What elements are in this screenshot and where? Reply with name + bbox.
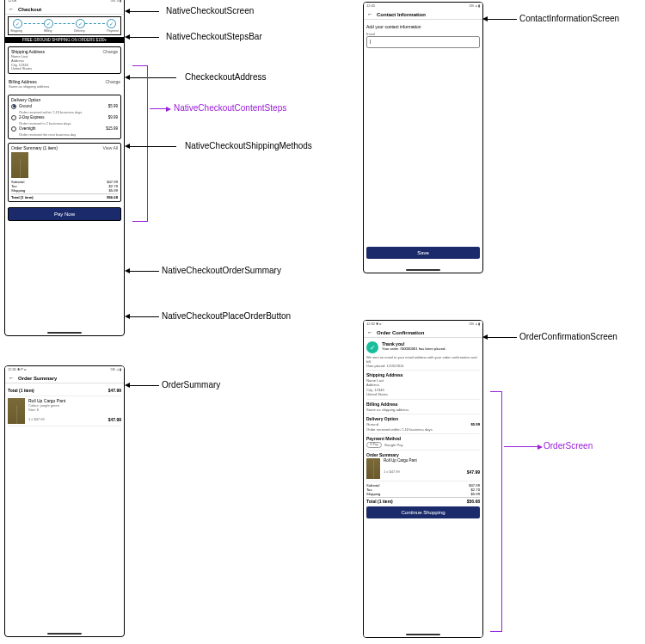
delivery-option[interactable]: 2-Day Express$9.99 Order received in 2 b… [11,114,118,126]
product-size: Size: 6 [28,408,121,412]
checkout-shipping-address: Shipping Address Change Name Last Addres… [8,46,121,74]
checkout-billing-address: Billing Address Change Same as shipping … [8,77,121,91]
status-bar: 12:45 5G ⊿ ▮ [364,3,482,9]
divider [366,414,480,414]
product-name: Roll Up Cargo Pant [384,458,480,463]
section-title: Shipping Address [366,372,480,377]
radio-icon[interactable] [11,104,16,109]
checkout-title: Checkout [18,7,41,12]
delivery-title: Delivery Option [11,97,40,102]
delivery-option[interactable]: Ground$5.99 Order received within 7-10 b… [11,103,118,114]
arrow [487,337,517,338]
t-val: $5.99 [471,492,480,496]
native-checkout-shipping-methods: Delivery Option Ground$5.99 Order receiv… [8,95,121,139]
total-row: Total (1 item) $47.99 [8,388,121,393]
home-indicator [47,332,82,334]
step-labels: Shipping Billing Delivery Payment [10,29,119,33]
bill-note: Same as shipping address [9,85,120,89]
thank-you-block: ✓ Thank you! Your order #00000301 has be… [366,341,480,353]
divider [366,370,480,371]
total-label: Total (1 item) [8,388,34,393]
t-label: Total (1 item) [366,499,393,504]
ann-order-summary-screen: OrderSummary [162,380,220,389]
delivery-section: Delivery Option Ground$5.99 Order receiv… [366,416,480,432]
native-checkout-screen: 12:08 5G ⊿ ▮ ← Checkout ✓ ✓ ✓ ✓ Shipping… [4,0,125,336]
ann-order-summary: NativeCheckoutOrderSummary [162,266,281,275]
product-thumb [366,458,380,479]
section-title: Payment Method [366,436,480,441]
native-checkout-steps-bar: ✓ ✓ ✓ ✓ Shipping Billing Delivery Paymen… [8,16,121,35]
ann-shipping-methods: NativeCheckoutShippingMethods [185,141,312,150]
change-link[interactable]: Change [102,49,118,54]
divider [366,450,480,451]
t-label: Shipping [366,492,380,496]
steps-row: ✓ ✓ ✓ ✓ [10,19,119,28]
total-value: $47.99 [108,388,121,393]
radio-icon[interactable] [11,115,16,120]
status-time: 12:32 [366,322,375,326]
status-icons: ✱ ⌀ [376,322,381,326]
back-icon[interactable]: ← [9,6,15,12]
status-bar: 12:32 ✱ ⌀ 5G ⊿ ▮ [364,321,482,328]
email-field[interactable]: | [366,36,480,48]
addr-line: United States [366,392,480,396]
del-price: $5.99 [471,422,480,426]
section-title: Order Summary [366,452,480,457]
product-thumb [8,398,25,424]
opt-price: $5.99 [108,104,118,108]
ann-place-order: NativeCheckoutPlaceOrderButton [162,311,291,321]
step-dot[interactable]: ✓ [44,19,53,28]
gpay-icon: G Pay [366,442,382,448]
step-dot[interactable]: ✓ [107,19,116,28]
native-checkout-order-summary: Order Summary (1 item) View All Subtotal… [8,143,121,202]
line-item: Roll Up Cargo Pant Colour: jungle green … [8,398,121,424]
date-note: Date placed: 12/20/2024 [366,364,480,368]
arrow [129,37,159,38]
conf-navbar: ← Order Confirmation [364,328,482,338]
status-right: 5G ⊿ ▮ [469,3,480,9]
back-icon[interactable]: ← [367,11,373,17]
step-label: Payment [107,29,119,33]
change-link[interactable]: Change [105,79,120,84]
status-icons: ✱ P ⌀ [17,367,26,371]
radio-icon[interactable] [11,126,16,132]
home-indicator [406,269,440,271]
payment-section: Payment Method G Pay Google Pay [366,436,480,448]
payment-method: Google Pay [384,443,403,447]
delivery-option[interactable]: Overnight$15.99 Order received the next … [11,126,118,137]
status-time: 12:31 [8,367,16,371]
back-icon[interactable]: ← [367,329,373,335]
arrow [129,146,176,147]
t-label: Shipping [11,188,25,193]
ann-steps-bar: NativeCheckoutStepsBar [166,32,262,41]
continue-shopping-button[interactable]: Continue Shopping [366,506,480,518]
status-time: 12:45 [366,3,375,9]
arrow [129,385,159,386]
order-screen-brace [490,391,502,632]
native-checkout-place-order-button[interactable]: Pay Now [8,207,121,221]
arrow [129,316,159,317]
contact-information-screen: 12:45 5G ⊿ ▮ ← Contact Information Add y… [363,2,483,273]
ann-checkout-address: CheckeckoutAddress [185,72,267,82]
ann-contact-info: ContactInformationScreen [519,14,619,23]
email-note: We sent an email to your email address w… [366,355,480,364]
status-right: 5G ⊿ ▮ [110,0,121,3]
t-label: Total (1 item) [11,195,34,199]
checkout-navbar: ← Checkout [5,4,124,15]
totals: Subtotal$47.99 Tax$2.70 Shipping$5.99 To… [11,180,118,199]
promo-banner: FREE GROUND SHIPPING ON ORDERS $150+ [5,37,124,43]
step-dot[interactable]: ✓ [13,19,22,28]
step-dot[interactable]: ✓ [76,19,85,28]
ann-order-screen: OrderScreen [544,441,593,451]
opt-note: Order received the next business day [19,132,118,137]
del-note: Order received within 7-10 business days [366,427,480,432]
product-thumb [11,152,28,178]
back-icon[interactable]: ← [9,375,15,381]
addr-line: United States [11,67,118,71]
save-button[interactable]: Save [366,247,480,259]
check-icon: ✓ [366,341,378,353]
arrow [129,11,159,12]
contact-title: Contact Information [377,12,426,17]
ann-content-steps: NativeCheckoutContentSteps [174,103,286,113]
view-all-link[interactable]: View All [103,145,118,150]
